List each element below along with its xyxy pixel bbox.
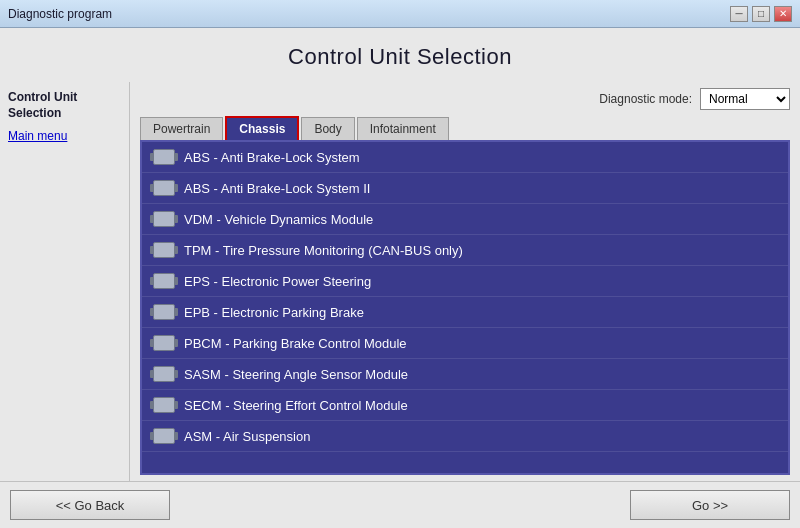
main-menu-link[interactable]: Main menu (8, 129, 121, 143)
list-item[interactable]: ABS - Anti Brake-Lock System II (142, 173, 788, 204)
list-item[interactable]: ABS - Anti Brake-Lock System (142, 142, 788, 173)
list-item-label: ASM - Air Suspension (184, 429, 310, 444)
minimize-button[interactable]: ─ (730, 6, 748, 22)
list-item-label: SASM - Steering Angle Sensor Module (184, 367, 408, 382)
title-bar: Diagnostic program ─ □ ✕ (0, 0, 800, 28)
content-area: Control Unit Selection Main menu Diagnos… (0, 82, 800, 481)
list-item-label: EPS - Electronic Power Steering (184, 274, 371, 289)
page-title: Control Unit Selection (0, 44, 800, 70)
diagnostic-mode-row: Diagnostic mode: NormalExpertDeveloper (140, 88, 790, 110)
list-item-label: ABS - Anti Brake-Lock System (184, 150, 360, 165)
list-scroll[interactable]: ABS - Anti Brake-Lock SystemABS - Anti B… (142, 142, 788, 473)
list-item-label: PBCM - Parking Brake Control Module (184, 336, 407, 351)
tab-chassis[interactable]: Chassis (225, 116, 299, 140)
list-item[interactable]: SASM - Steering Angle Sensor Module (142, 359, 788, 390)
go-button[interactable]: Go >> (630, 490, 790, 520)
list-item[interactable]: VDM - Vehicle Dynamics Module (142, 204, 788, 235)
list-item-label: SECM - Steering Effort Control Module (184, 398, 408, 413)
window-title: Diagnostic program (8, 7, 112, 21)
ecu-icon (152, 148, 176, 166)
tab-powertrain[interactable]: Powertrain (140, 117, 223, 140)
list-item[interactable]: EPS - Electronic Power Steering (142, 266, 788, 297)
tab-body[interactable]: Body (301, 117, 354, 140)
main-window: Control Unit Selection Control Unit Sele… (0, 28, 800, 528)
list-item-label: ABS - Anti Brake-Lock System II (184, 181, 370, 196)
bottom-buttons: << Go Back Go >> (0, 481, 800, 528)
list-item-label: EPB - Electronic Parking Brake (184, 305, 364, 320)
window-controls: ─ □ ✕ (730, 6, 792, 22)
ecu-icon (152, 303, 176, 321)
list-item[interactable]: SECM - Steering Effort Control Module (142, 390, 788, 421)
ecu-icon (152, 210, 176, 228)
ecu-icon (152, 365, 176, 383)
diagnostic-mode-select[interactable]: NormalExpertDeveloper (700, 88, 790, 110)
ecu-icon (152, 396, 176, 414)
page-title-area: Control Unit Selection (0, 28, 800, 82)
list-item[interactable]: PBCM - Parking Brake Control Module (142, 328, 788, 359)
list-item-label: VDM - Vehicle Dynamics Module (184, 212, 373, 227)
list-item[interactable]: TPM - Tire Pressure Monitoring (CAN-BUS … (142, 235, 788, 266)
list-item-label: TPM - Tire Pressure Monitoring (CAN-BUS … (184, 243, 463, 258)
ecu-icon (152, 241, 176, 259)
maximize-button[interactable]: □ (752, 6, 770, 22)
list-item[interactable]: ASM - Air Suspension (142, 421, 788, 452)
ecu-icon (152, 427, 176, 445)
diagnostic-mode-label: Diagnostic mode: (599, 92, 692, 106)
ecu-icon (152, 334, 176, 352)
list-item[interactable]: EPB - Electronic Parking Brake (142, 297, 788, 328)
close-button[interactable]: ✕ (774, 6, 792, 22)
list-area: ABS - Anti Brake-Lock SystemABS - Anti B… (140, 140, 790, 475)
sidebar: Control Unit Selection Main menu (0, 82, 130, 481)
ecu-icon (152, 272, 176, 290)
tabs-container: Powertrain Chassis Body Infotainment (140, 116, 790, 140)
sidebar-section-title: Control Unit Selection (8, 90, 121, 121)
main-panel: Diagnostic mode: NormalExpertDeveloper P… (130, 82, 800, 481)
go-back-button[interactable]: << Go Back (10, 490, 170, 520)
tab-infotainment[interactable]: Infotainment (357, 117, 449, 140)
ecu-icon (152, 179, 176, 197)
